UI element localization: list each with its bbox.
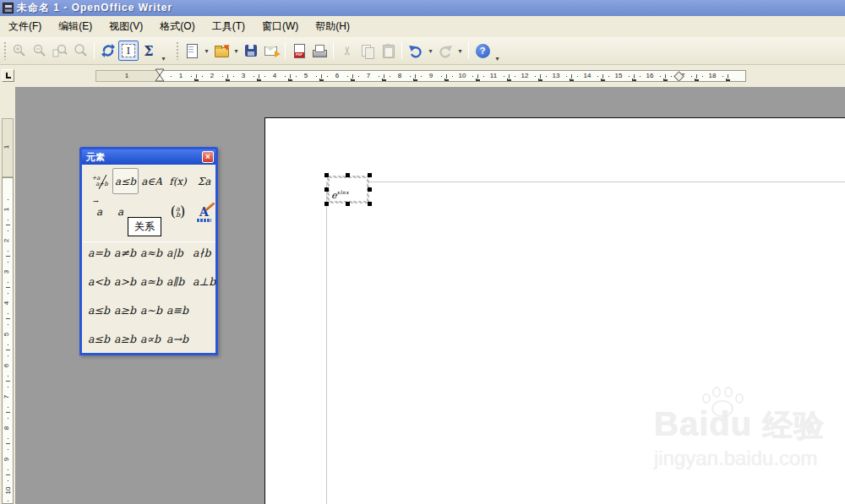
selection-handle[interactable] — [346, 202, 350, 206]
toolbar-grip[interactable] — [175, 41, 179, 60]
menu-tools[interactable]: 工具(T) — [204, 17, 254, 36]
menu-file[interactable]: 文件(F) — [0, 17, 50, 36]
relation-item[interactable]: a<b — [88, 275, 114, 288]
open-dropdown[interactable]: ▾ — [232, 47, 241, 55]
zoom-100-button[interactable] — [50, 41, 70, 61]
relation-item[interactable]: a≥b — [114, 333, 140, 345]
document-page[interactable]: e xlnx Baidu 经验 jingyan.baidu.com — [264, 117, 845, 504]
palette-title: 元素 — [86, 151, 105, 164]
show-all-button[interactable] — [70, 41, 90, 61]
default-tabstop-mark — [257, 79, 261, 81]
formula-cursor-icon: I — [122, 44, 135, 57]
relation-item[interactable]: a→b — [166, 333, 193, 345]
relation-item[interactable]: a∥b — [166, 275, 193, 288]
selection-handle[interactable] — [368, 173, 372, 177]
formula-cursor-button[interactable]: I — [118, 41, 139, 61]
relation-item[interactable]: a∝b — [140, 333, 166, 345]
set-operations-button[interactable]: a∈A — [139, 168, 165, 194]
indent-marker[interactable] — [155, 68, 165, 82]
redo-dropdown[interactable]: ▾ — [455, 47, 465, 55]
update-button[interactable] — [98, 41, 118, 61]
relation-item[interactable]: a>b — [114, 275, 140, 288]
ruler-tick — [8, 418, 8, 419]
hruler-number: 18 — [709, 72, 717, 79]
elements-palette-window[interactable]: 元素 × +a a+b a≤b a∈A f(x) Σa a → a — [79, 147, 218, 355]
vruler-top-margin[interactable]: 1 — [2, 118, 14, 177]
relation-item[interactable]: a~b — [140, 304, 166, 317]
relation-item[interactable]: a≡b — [166, 304, 193, 317]
menu-format[interactable]: 格式(O) — [151, 17, 203, 36]
selection-handle[interactable] — [324, 202, 329, 206]
toolbar: I Σ ▾ ▾ ▾ PDF ✂ ▾ ▾ ? ▾ — [0, 37, 845, 65]
menu-view[interactable]: 视图(V) — [101, 17, 151, 36]
relation-item[interactable]: a≈b — [140, 247, 166, 259]
formula-object-selected[interactable]: e xlnx — [325, 174, 371, 205]
relation-item[interactable]: a≠b — [114, 247, 140, 259]
redo-button[interactable] — [435, 41, 455, 61]
relation-item[interactable]: a≥b — [114, 304, 140, 317]
menu-edit[interactable]: 编辑(E) — [50, 17, 101, 36]
ruler-tick — [6, 287, 10, 288]
vruler-scale[interactable]: 12345678910 — [2, 177, 14, 504]
email-button[interactable] — [261, 41, 281, 61]
zoom-out-button[interactable] — [30, 41, 50, 61]
relation-item[interactable]: a⊥b — [193, 275, 219, 288]
new-document-dropdown[interactable]: ▾ — [202, 47, 211, 55]
math-toolbar-overflow[interactable]: ▾ — [159, 55, 168, 64]
attributes-button[interactable]: a → — [86, 198, 112, 225]
menu-window[interactable]: 窗口(W) — [254, 17, 307, 36]
relation-item[interactable]: a|b — [166, 247, 193, 259]
open-button[interactable] — [211, 41, 232, 61]
copy-button[interactable] — [357, 41, 378, 61]
paste-button[interactable] — [378, 41, 398, 61]
others-button[interactable]: A — [191, 198, 217, 225]
undo-icon — [408, 43, 423, 58]
window-titlebar[interactable]: 未命名 1 - OpenOffice Writer — [0, 0, 845, 16]
ruler-tick — [8, 344, 8, 345]
ruler-tick — [8, 407, 8, 408]
selection-handle[interactable] — [368, 202, 372, 206]
ruler-tick — [8, 251, 8, 252]
selection-handle[interactable] — [368, 187, 372, 192]
selection-handle[interactable] — [324, 187, 329, 192]
selection-handle[interactable] — [324, 173, 329, 177]
cut-button[interactable]: ✂ — [337, 41, 357, 61]
print-button[interactable] — [309, 41, 330, 61]
tab-stop-selector[interactable] — [2, 69, 14, 82]
ruler-left-margin[interactable]: 1 — [95, 70, 160, 82]
default-tabstop-mark — [632, 79, 636, 81]
save-button[interactable] — [241, 41, 261, 61]
relations-button[interactable]: a≤b — [112, 168, 139, 194]
palette-titlebar[interactable]: 元素 × — [82, 149, 215, 165]
relation-item[interactable]: a≤b — [88, 304, 114, 317]
help-button[interactable]: ? — [472, 41, 493, 61]
functions-button[interactable]: f(x) — [165, 168, 191, 194]
ruler-scale[interactable]: 123456789101112131415161718 — [159, 70, 746, 82]
ruler-tick — [8, 355, 8, 356]
toolbar-separator — [94, 42, 95, 59]
ruler-tick — [254, 76, 254, 77]
brackets-button[interactable]: ( ab ) — [165, 198, 191, 225]
ruler-tick — [8, 324, 8, 325]
new-document-button[interactable] — [182, 41, 202, 61]
ruler-tick — [8, 219, 8, 220]
palette-close-icon[interactable]: × — [202, 151, 214, 163]
relation-item[interactable]: a=b — [88, 247, 114, 259]
menu-help[interactable]: 帮助(H) — [307, 17, 358, 36]
zoom-in-button[interactable] — [9, 41, 30, 61]
undo-button[interactable] — [406, 41, 426, 61]
undo-dropdown[interactable]: ▾ — [426, 47, 435, 55]
relation-item[interactable]: a≃b — [140, 275, 166, 288]
unary-binary-operators-button[interactable]: +a a+b — [86, 168, 112, 194]
hruler-number: 8 — [398, 72, 401, 79]
symbols-catalog-button[interactable]: Σ — [139, 41, 159, 61]
selection-handle[interactable] — [346, 173, 350, 177]
export-pdf-button[interactable]: PDF — [289, 41, 309, 61]
relation-item[interactable]: a≤b — [88, 333, 114, 345]
relation-item[interactable]: a∤b — [193, 247, 219, 259]
standard-toolbar-overflow[interactable]: ▾ — [493, 55, 502, 64]
vruler-number: 1 — [3, 208, 10, 211]
operators-button[interactable]: Σa — [191, 168, 217, 194]
category-row-1: +a a+b a≤b a∈A f(x) Σa — [86, 168, 217, 194]
toolbar-grip[interactable] — [3, 41, 7, 60]
